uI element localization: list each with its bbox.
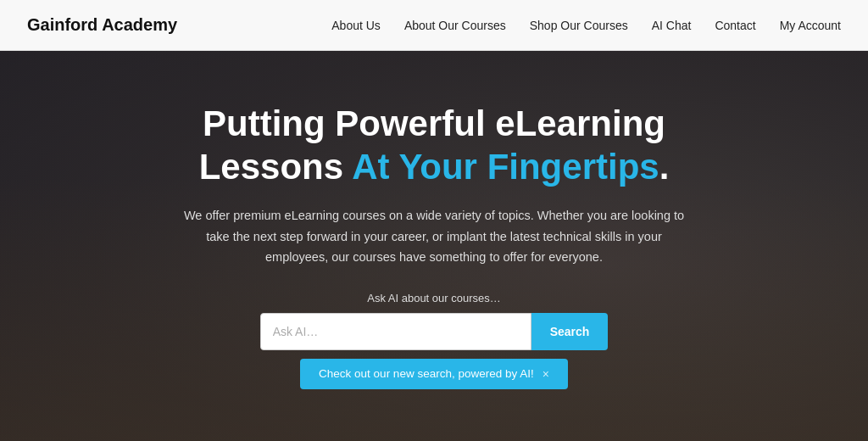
promo-text: Check out our new search, powered by AI! [319,367,534,380]
hero-section: Putting Powerful eLearning Lessons At Yo… [0,51,868,441]
hero-title: Putting Powerful eLearning Lessons At Yo… [199,103,670,188]
nav-links: About Us About Our Courses Shop Our Cour… [331,18,841,33]
nav-item-shop-courses[interactable]: Shop Our Courses [530,18,628,33]
nav-link-ai-chat[interactable]: AI Chat [652,19,692,32]
nav-item-my-account[interactable]: My Account [780,18,841,33]
brand-logo: Gainford Academy [27,15,177,35]
nav-link-about-us[interactable]: About Us [331,19,381,32]
hero-title-line2-plain: Lessons [199,147,353,187]
promo-banner[interactable]: Check out our new search, powered by AI!… [300,359,568,389]
nav-link-about-courses[interactable]: About Our Courses [404,19,506,32]
nav-link-my-account[interactable]: My Account [780,19,841,32]
nav-link-contact[interactable]: Contact [715,19,755,32]
search-input[interactable] [260,313,531,350]
close-icon[interactable]: × [542,367,549,381]
hero-title-accent: At Your Fingertips [352,147,659,187]
nav-item-contact[interactable]: Contact [715,18,755,33]
search-label: Ask AI about our courses… [367,292,501,304]
search-bar: Search [260,313,609,350]
hero-subtitle: We offer premium eLearning courses on a … [180,205,688,268]
search-button[interactable]: Search [531,313,609,350]
hero-title-line1: Putting Powerful eLearning [203,103,665,143]
navbar: Gainford Academy About Us About Our Cour… [0,0,868,51]
nav-item-about-courses[interactable]: About Our Courses [404,18,506,33]
nav-item-about-us[interactable]: About Us [331,18,381,33]
nav-item-ai-chat[interactable]: AI Chat [652,18,692,33]
hero-title-period: . [659,147,670,187]
nav-link-shop-courses[interactable]: Shop Our Courses [530,19,628,32]
